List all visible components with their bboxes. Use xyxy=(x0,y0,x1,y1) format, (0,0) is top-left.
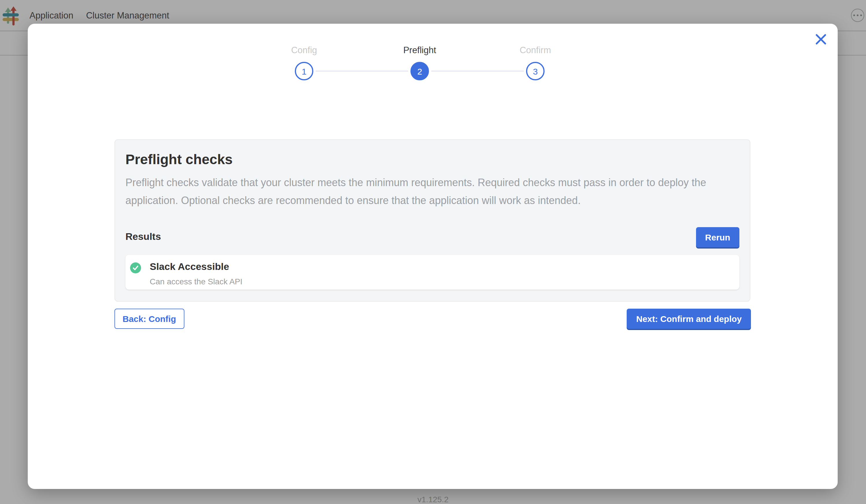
panel-title: Preflight checks xyxy=(125,152,740,167)
check-name: Slack Accessible xyxy=(150,261,243,272)
step-label-preflight: Preflight xyxy=(362,45,478,56)
step-circle-preflight[interactable]: 2 xyxy=(410,62,429,80)
step-circle-config[interactable]: 1 xyxy=(295,62,313,80)
back-button[interactable]: Back: Config xyxy=(114,309,184,329)
close-icon[interactable] xyxy=(815,34,827,45)
step-circle-confirm[interactable]: 3 xyxy=(526,62,545,80)
wizard-stepper: Config Preflight Confirm 1 2 3 xyxy=(246,45,593,82)
step-connector xyxy=(316,70,408,72)
check-text: Slack Accessible Can access the Slack AP… xyxy=(150,261,243,286)
preflight-check-row: Slack Accessible Can access the Slack AP… xyxy=(125,255,740,289)
deploy-wizard-modal: Config Preflight Confirm 1 2 3 Preflight… xyxy=(28,24,838,489)
check-pass-icon xyxy=(130,262,141,273)
rerun-button[interactable]: Rerun xyxy=(696,227,740,247)
check-detail: Can access the Slack API xyxy=(150,277,243,286)
step-connector xyxy=(431,70,524,72)
next-button[interactable]: Next: Confirm and deploy xyxy=(627,309,751,329)
results-label: Results xyxy=(125,231,161,243)
step-label-confirm: Confirm xyxy=(478,45,593,56)
panel-description: Preflight checks validate that your clus… xyxy=(125,174,710,210)
preflight-panel: Preflight checks Preflight checks valida… xyxy=(114,139,751,302)
screen: Application Cluster Management v1.125.2 … xyxy=(0,0,866,504)
step-label-config: Config xyxy=(246,45,362,56)
results-row: Results Rerun xyxy=(125,227,740,247)
